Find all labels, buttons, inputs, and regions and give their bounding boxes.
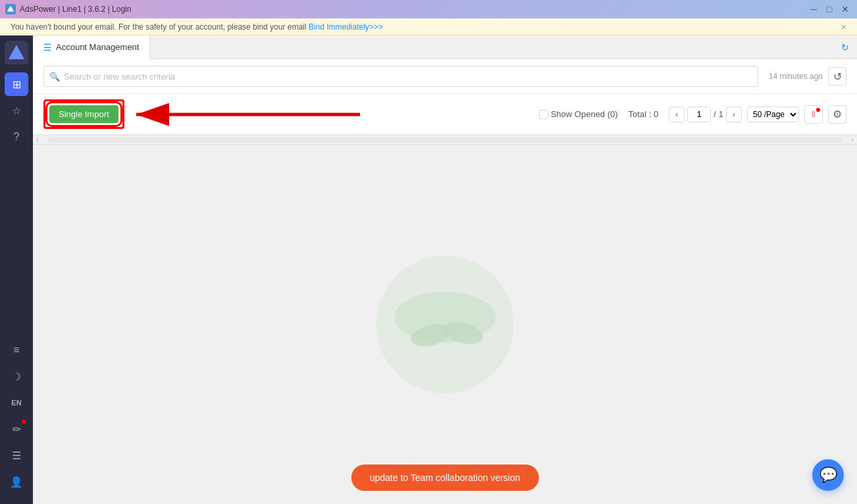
sidebar-nav: ⊞ ☆ ? (5, 72, 28, 338)
chat-button[interactable]: 💬 (812, 459, 844, 491)
search-box[interactable]: 🔍 Search or new search criteria (43, 66, 758, 87)
chat-icon: 💬 (819, 466, 837, 484)
search-placeholder: Search or new search criteria (64, 72, 175, 82)
close-button[interactable]: ✕ (839, 3, 852, 16)
scroll-right-button[interactable]: › (848, 136, 857, 143)
sidebar-item-help[interactable]: ? (5, 125, 28, 149)
warning-text: You haven't bound your email. For the sa… (11, 22, 383, 32)
minimize-button[interactable]: ─ (807, 3, 820, 16)
title-bar-controls: ─ □ ✕ (807, 3, 852, 16)
tab-bar: ☰ Account Management ↻ (33, 36, 857, 59)
title-bar: AdsPower | Line1 | 3.6.2 | Login ─ □ ✕ (0, 0, 857, 18)
scroll-left-button[interactable]: ‹ (33, 136, 42, 143)
search-toolbar: 🔍 Search or new search criteria 14 minut… (33, 59, 857, 94)
single-import-button[interactable]: Single Import (49, 105, 118, 123)
title-bar-left: AdsPower | Line1 | 3.6.2 | Login (5, 4, 131, 14)
page-number-input[interactable] (687, 107, 711, 122)
tab-icon: ☰ (43, 42, 52, 53)
update-button-container: update to Team collaboration version (351, 465, 539, 491)
theme-icon: ☽ (12, 370, 21, 383)
settings-button[interactable]: ⚙ (828, 105, 846, 124)
show-opened-checkbox[interactable] (539, 110, 548, 119)
sidebar-item-list[interactable]: ≡ (5, 338, 28, 362)
sidebar-bottom: ≡ ☽ EN ✏ ☰ 👤 (5, 338, 28, 499)
sidebar-item-theme[interactable]: ☽ (5, 365, 28, 388)
page-total: 1 (719, 109, 723, 119)
page-separator: / (714, 109, 716, 119)
horizontal-scrollbar[interactable]: ‹ › (33, 136, 857, 145)
red-arrow (130, 101, 367, 128)
sidebar-item-accounts[interactable]: ⊞ (5, 72, 28, 96)
sidebar-item-menu[interactable]: ☰ (5, 443, 28, 467)
single-import-wrapper: Single Import (43, 99, 124, 129)
edit-icon: ✏ (13, 423, 21, 436)
view-icon: ⦀ (812, 109, 816, 120)
total-count: Total : 0 (629, 109, 659, 119)
edit-badge (22, 420, 26, 424)
bind-email-link[interactable]: Bind Immediately>>> (309, 22, 383, 32)
sidebar-item-favorites[interactable]: ☆ (5, 99, 28, 122)
prev-page-button[interactable]: ‹ (669, 107, 685, 122)
sidebar-item-language[interactable]: EN (5, 391, 28, 415)
tab-label: Account Management (56, 42, 139, 52)
title-bar-text: AdsPower | Line1 | 3.6.2 | Login (20, 5, 131, 14)
language-icon: EN (11, 399, 21, 407)
app-layout: ⊞ ☆ ? ≡ ☽ EN ✏ ☰ (0, 36, 857, 504)
show-opened-checkbox-group: Show Opened (0) (539, 109, 618, 119)
help-icon: ? (14, 131, 20, 143)
update-team-button[interactable]: update to Team collaboration version (351, 465, 539, 491)
menu-icon: ☰ (12, 449, 21, 462)
refresh-icon: ↺ (833, 70, 842, 83)
search-icon: 🔍 (49, 72, 60, 82)
refresh-button[interactable]: ↺ (828, 67, 846, 86)
sidebar: ⊞ ☆ ? ≡ ☽ EN ✏ ☰ (0, 36, 33, 504)
page-size-select[interactable]: 50 /Page (747, 107, 799, 122)
show-opened-label: Show Opened (0) (551, 109, 618, 119)
view-toggle-button[interactable]: ⦀ (804, 105, 823, 124)
tab-refresh-button[interactable]: ↻ (841, 42, 857, 53)
accounts-icon: ⊞ (13, 78, 21, 91)
sidebar-item-edit[interactable]: ✏ (5, 417, 28, 441)
profile-icon: 👤 (10, 476, 23, 488)
warning-close-button[interactable]: × (841, 22, 846, 32)
pagination: ‹ / 1 › (669, 107, 742, 122)
sidebar-logo (5, 41, 28, 64)
favorites-icon: ☆ (12, 105, 21, 117)
scrollbar-track (47, 138, 843, 143)
list-icon: ≡ (13, 344, 19, 356)
settings-icon: ⚙ (833, 108, 842, 120)
watermark-logo (373, 252, 517, 397)
view-dot (816, 108, 820, 112)
next-page-button[interactable]: › (726, 107, 742, 122)
sidebar-item-profile[interactable]: 👤 (5, 470, 28, 493)
content-area: update to Team collaboration version (33, 145, 857, 504)
last-updated-time: 14 minutes ago (769, 72, 823, 81)
account-management-tab[interactable]: ☰ Account Management (33, 36, 150, 59)
warning-banner: You haven't bound your email. For the sa… (0, 18, 857, 36)
app-logo (5, 4, 16, 14)
svg-marker-0 (7, 6, 14, 12)
maximize-button[interactable]: □ (823, 3, 836, 16)
action-bar: Single Import Show Opened (0) Total : 0 (33, 94, 857, 135)
main-content: ☰ Account Management ↻ 🔍 Search or new s… (33, 36, 857, 504)
